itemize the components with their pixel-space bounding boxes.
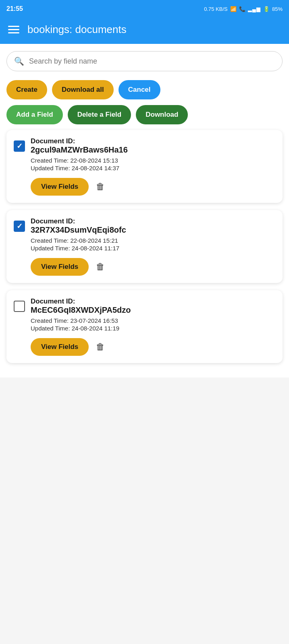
created-time-1: Created Time: 22-08-2024 15:21 bbox=[31, 237, 275, 244]
document-id-value-0: 2gcul9aMZWrBaws6Ha16 bbox=[31, 145, 275, 155]
updated-time-1: Updated Time: 24-08-2024 11:17 bbox=[31, 245, 275, 252]
app-header: bookings: documents bbox=[0, 18, 289, 44]
documents-list: Document ID: 2gcul9aMZWrBaws6Ha16 Create… bbox=[6, 130, 283, 363]
document-card-1: Document ID: 32R7X34DsumVqEqi8ofc Create… bbox=[6, 210, 283, 283]
card-actions-0: View Fields 🗑 bbox=[14, 178, 275, 196]
view-fields-button-2[interactable]: View Fields bbox=[31, 338, 89, 356]
view-fields-button-0[interactable]: View Fields bbox=[31, 178, 89, 196]
checkbox-1[interactable] bbox=[14, 221, 25, 232]
document-card-0: Document ID: 2gcul9aMZWrBaws6Ha16 Create… bbox=[6, 130, 283, 203]
document-id-label-1: Document ID: bbox=[31, 217, 275, 225]
document-info-0: Document ID: 2gcul9aMZWrBaws6Ha16 Create… bbox=[31, 137, 275, 172]
cancel-button[interactable]: Cancel bbox=[119, 80, 160, 99]
wifi-icon: 📶 bbox=[230, 6, 237, 12]
status-time: 21:55 bbox=[6, 5, 23, 12]
document-card-2: Document ID: McEC6GqI8XWDXjPA5dzo Create… bbox=[6, 290, 283, 363]
document-id-label-2: Document ID: bbox=[31, 297, 275, 305]
action-buttons-row2: Add a Field Delete a Field Download bbox=[6, 105, 283, 124]
delete-document-1[interactable]: 🗑 bbox=[96, 262, 105, 272]
checkbox-2[interactable] bbox=[14, 301, 25, 312]
battery-percent: 85% bbox=[272, 6, 283, 12]
page-title: bookings: documents bbox=[27, 23, 127, 36]
menu-button[interactable] bbox=[8, 26, 19, 33]
document-info-1: Document ID: 32R7X34DsumVqEqi8ofc Create… bbox=[31, 217, 275, 252]
card-actions-1: View Fields 🗑 bbox=[14, 258, 275, 276]
main-content: 🔍 Create Download all Cancel Add a Field… bbox=[0, 44, 289, 378]
updated-time-0: Updated Time: 24-08-2024 14:37 bbox=[31, 165, 275, 171]
status-icons: 0.75 KB/S 📶 📞 ▂▄▆ 🔋 85% bbox=[204, 6, 283, 12]
view-fields-button-1[interactable]: View Fields bbox=[31, 258, 89, 276]
document-id-value-1: 32R7X34DsumVqEqi8ofc bbox=[31, 225, 275, 235]
status-bar: 21:55 0.75 KB/S 📶 📞 ▂▄▆ 🔋 85% bbox=[0, 0, 289, 18]
create-button[interactable]: Create bbox=[6, 80, 47, 99]
download-button[interactable]: Download bbox=[136, 105, 188, 124]
action-buttons-row1: Create Download all Cancel bbox=[6, 80, 283, 99]
document-id-label-0: Document ID: bbox=[31, 137, 275, 145]
battery-icon: 🔋 bbox=[263, 6, 270, 12]
updated-time-2: Updated Time: 24-08-2024 11:19 bbox=[31, 325, 275, 332]
speed-indicator: 0.75 KB/S bbox=[204, 6, 228, 12]
checkbox-0[interactable] bbox=[14, 140, 25, 152]
search-icon: 🔍 bbox=[14, 56, 24, 66]
delete-document-0[interactable]: 🗑 bbox=[96, 182, 105, 192]
card-actions-2: View Fields 🗑 bbox=[14, 338, 275, 356]
call-icon: 📞 bbox=[239, 6, 245, 12]
created-time-2: Created Time: 23-07-2024 16:53 bbox=[31, 317, 275, 324]
download-all-button[interactable]: Download all bbox=[52, 80, 114, 99]
signal-icon: ▂▄▆ bbox=[248, 6, 261, 12]
document-info-2: Document ID: McEC6GqI8XWDXjPA5dzo Create… bbox=[31, 297, 275, 332]
delete-document-2[interactable]: 🗑 bbox=[96, 342, 105, 352]
delete-field-button[interactable]: Delete a Field bbox=[68, 105, 131, 124]
add-field-button[interactable]: Add a Field bbox=[6, 105, 63, 124]
search-bar[interactable]: 🔍 bbox=[6, 51, 283, 71]
search-input[interactable] bbox=[29, 57, 275, 66]
created-time-0: Created Time: 22-08-2024 15:13 bbox=[31, 157, 275, 164]
document-id-value-2: McEC6GqI8XWDXjPA5dzo bbox=[31, 305, 275, 315]
